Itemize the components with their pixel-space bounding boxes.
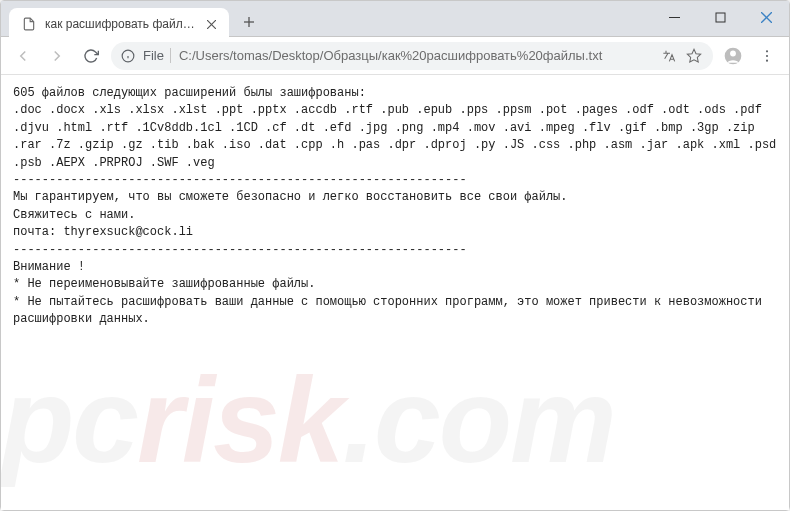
svg-point-15 [766, 54, 768, 56]
translate-icon[interactable] [659, 47, 677, 65]
tab-strip-area: как расшифровать файлы.txt [1, 1, 789, 37]
text-line: * Не пытайтесь расшифровать ваши данные … [13, 295, 769, 326]
toolbar: File C:/Users/tomas/Desktop/Образцы/как%… [1, 37, 789, 75]
text-line: Свяжитесь с нами. [13, 208, 135, 222]
window-controls [651, 1, 789, 33]
watermark-com: .com [343, 353, 615, 487]
svg-marker-11 [687, 49, 700, 62]
address-bar[interactable]: File C:/Users/tomas/Desktop/Образцы/как%… [111, 42, 713, 70]
watermark-pc: pc [1, 353, 137, 487]
bookmark-star-icon[interactable] [685, 47, 703, 65]
close-window-button[interactable] [743, 1, 789, 33]
url-text: C:/Users/tomas/Desktop/Образцы/как%20рас… [179, 48, 651, 63]
text-line: .doc .docx .xls .xlsx .xlst .ppt .pptx .… [13, 103, 784, 169]
menu-button[interactable] [753, 42, 781, 70]
minimize-button[interactable] [651, 1, 697, 33]
browser-window: как расшифровать файлы.txt File C:/Use [0, 0, 790, 511]
svg-rect-1 [716, 13, 725, 22]
text-line: * Не переименовывайте зашифрованные файл… [13, 277, 315, 291]
forward-button[interactable] [43, 42, 71, 70]
close-tab-button[interactable] [203, 16, 219, 32]
text-line: 605 файлов следующих расширений былы заш… [13, 86, 366, 100]
document-viewport: 605 файлов следующих расширений былы заш… [1, 75, 789, 510]
new-tab-button[interactable] [235, 8, 263, 36]
file-icon [21, 16, 37, 32]
text-line: Внимание ! [13, 260, 85, 274]
watermark-risk: risk [137, 353, 343, 487]
svg-point-13 [730, 50, 736, 56]
svg-point-16 [766, 59, 768, 61]
text-line: почта: thyrexsuck@cock.li [13, 225, 193, 239]
reload-button[interactable] [77, 42, 105, 70]
text-separator: ----------------------------------------… [13, 173, 467, 187]
url-scheme-chip: File [143, 48, 171, 63]
tab-label: как расшифровать файлы.txt [45, 17, 195, 31]
svg-point-14 [766, 50, 768, 52]
maximize-button[interactable] [697, 1, 743, 33]
tab-active[interactable]: как расшифровать файлы.txt [9, 8, 229, 40]
text-line: Мы гарантируем, что вы сможете безопасно… [13, 190, 568, 204]
text-separator: ----------------------------------------… [13, 243, 467, 257]
back-button[interactable] [9, 42, 37, 70]
profile-avatar[interactable] [719, 42, 747, 70]
info-icon[interactable] [121, 49, 135, 63]
